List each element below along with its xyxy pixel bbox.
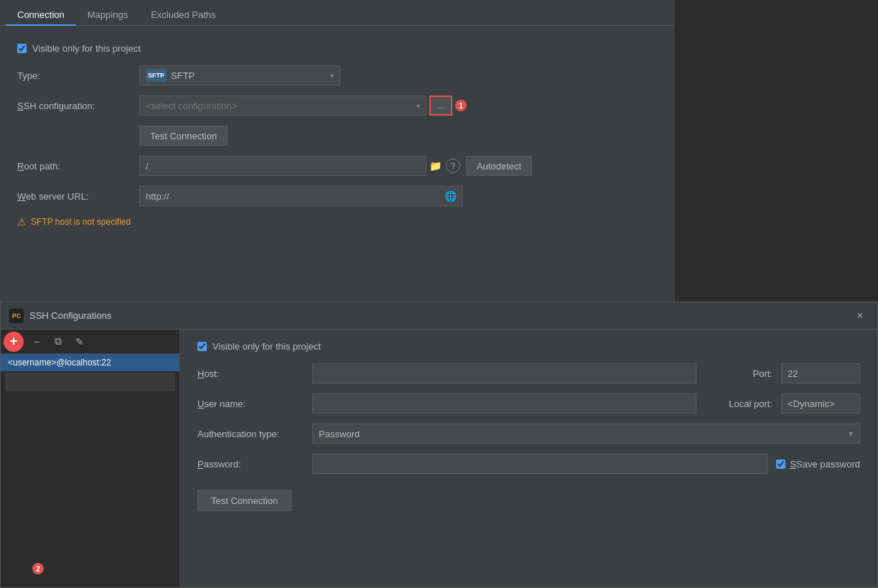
dialog-visible-only-row: Visible only for this project (197, 341, 860, 352)
web-server-label: Web server URL: (17, 191, 139, 202)
port-section: Port: (708, 363, 860, 383)
port-input[interactable] (781, 363, 860, 383)
web-server-input[interactable] (139, 186, 462, 206)
type-dropdown-arrow: ▾ (330, 72, 334, 80)
warning-row: ⚠ SFTP host is not specified (17, 216, 658, 228)
password-label: Password: (197, 459, 312, 470)
root-path-row: Root path: 📁 ? Autodetect (17, 156, 658, 176)
dialog-title: PC SSH Configurations (9, 309, 111, 323)
root-path-input[interactable] (139, 156, 426, 176)
add-config-button[interactable]: + (4, 332, 24, 352)
warning-text: SFTP host is not specified (31, 217, 131, 227)
password-row: Password: SSave password (197, 454, 860, 474)
type-label: Type: (17, 70, 139, 81)
ide-icon: PC (9, 309, 24, 323)
tab-connection[interactable]: Connection (6, 5, 76, 26)
ssh-config-select[interactable]: <select configuration> ▾ (139, 95, 426, 116)
auth-type-select-wrapper: Password Key pair OpenSSH config and aut… (312, 424, 860, 444)
config-list: <username>@localhost:22 (1, 354, 179, 587)
warning-icon: ⚠ (17, 216, 27, 228)
copy-config-button[interactable]: ⧉ (48, 332, 68, 351)
visible-only-label: Visible only for this project (32, 43, 141, 54)
type-row: Type: SFTP SFTP ▾ (17, 65, 658, 85)
config-item-0[interactable]: <username>@localhost:22 (1, 354, 179, 371)
host-row: Host: Port: (197, 363, 860, 383)
dialog-visible-only-checkbox[interactable] (197, 342, 207, 351)
local-port-section: Local port: <Dynamic> (708, 393, 860, 414)
host-input[interactable] (312, 363, 696, 383)
config-item-1[interactable] (5, 373, 175, 391)
dialog-visible-only-label: Visible only for this project (213, 341, 321, 352)
test-connection-button[interactable]: Test Connection (139, 126, 228, 146)
type-select-wrapper: SFTP SFTP ▾ (139, 65, 340, 85)
edit-config-button[interactable]: ✎ (70, 332, 90, 351)
save-password-checkbox[interactable] (776, 459, 785, 469)
ssh-config-dropdown-arrow: ▾ (416, 102, 420, 110)
local-port-input[interactable]: <Dynamic> (781, 393, 860, 414)
auth-type-select[interactable]: Password Key pair OpenSSH config and aut… (312, 424, 860, 444)
dialog-body: + 2 − ⧉ ✎ <username>@localhost:22 Visibl… (1, 330, 877, 587)
visible-only-checkbox[interactable] (17, 44, 27, 53)
auth-type-row: Authentication type: Password Key pair O… (197, 424, 860, 444)
dialog-test-connection-section: Test Connection (197, 484, 860, 511)
save-password-section: SSave password (776, 459, 860, 470)
help-icon: ? (446, 159, 460, 173)
globe-icon: 🌐 (444, 190, 457, 202)
folder-icon: 📁 (429, 160, 442, 172)
port-label: Port: (708, 368, 772, 379)
remove-config-button[interactable]: − (27, 332, 47, 351)
auth-type-label: Authentication type: (197, 429, 312, 439)
dialog-right-panel: Visible only for this project Host: Port… (180, 330, 877, 587)
ssh-config-badge: 1 (455, 100, 467, 111)
visible-only-row: Visible only for this project (17, 43, 658, 54)
local-port-label: Local port: (708, 398, 772, 409)
ssh-config-label: SSH configuration: (17, 101, 139, 111)
type-select[interactable]: SFTP SFTP ▾ (139, 65, 340, 85)
config-toolbar: + 2 − ⧉ ✎ (1, 330, 179, 354)
web-server-row: Web server URL: 🌐 (17, 186, 658, 206)
dialog-test-connection-button[interactable]: Test Connection (197, 490, 291, 511)
config-badge: 2 (32, 563, 44, 574)
autodetect-button[interactable]: Autodetect (466, 156, 532, 176)
root-path-label: Root path: (17, 161, 139, 172)
password-input[interactable] (312, 454, 767, 474)
dialog-title-bar: PC SSH Configurations × (1, 302, 877, 330)
username-input[interactable] (312, 393, 696, 414)
tab-excluded-paths[interactable]: Excluded Paths (139, 5, 227, 26)
dialog-left-panel: + 2 − ⧉ ✎ <username>@localhost:22 (1, 330, 180, 587)
test-connection-row: Test Connection (17, 126, 658, 146)
host-label: Host: (197, 368, 312, 379)
tab-mappings[interactable]: Mappings (76, 5, 139, 26)
dialog-close-button[interactable]: × (851, 307, 869, 325)
ssh-configurations-dialog: PC SSH Configurations × + 2 − ⧉ ✎ <usern… (0, 302, 878, 588)
ssh-config-dots-button[interactable]: ... (429, 95, 452, 116)
save-password-label: SSave password (790, 459, 860, 470)
sftp-icon: SFTP (146, 69, 167, 82)
ssh-config-row: SSH configuration: <select configuration… (17, 95, 658, 116)
username-row: User name: Local port: <Dynamic> (197, 393, 860, 414)
username-label: User name: (197, 398, 312, 409)
tab-bar: Connection Mappings Excluded Paths (0, 0, 675, 26)
